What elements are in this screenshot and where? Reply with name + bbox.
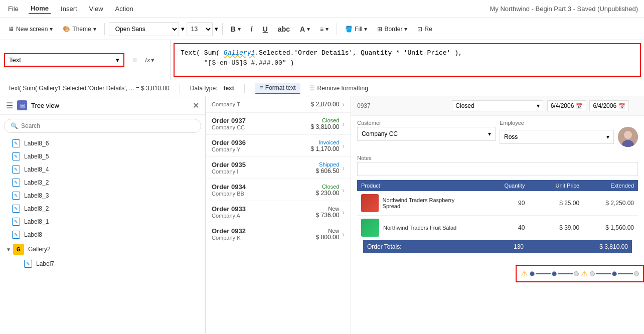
tree-item-label8-3[interactable]: ✎ Label8_3 — [0, 189, 205, 202]
ext-2: $ 1,560.00 — [579, 224, 634, 231]
name-box[interactable]: Text ▾ — [4, 53, 124, 67]
unit-2: $ 39.00 — [525, 224, 579, 231]
strikethrough-button[interactable]: abc — [274, 23, 294, 35]
order-item-0932[interactable]: Order 0932 Company K New $ 800.00 › — [206, 223, 351, 245]
tree-item-label8[interactable]: ✎ Label8 — [0, 228, 205, 241]
label-icon: ✎ — [12, 165, 20, 174]
order-amount: $ 606.50 — [316, 168, 340, 175]
panel-header: ☰ ▤ Tree view ✕ — [0, 96, 205, 115]
fx-button[interactable]: fx ▾ — [145, 56, 154, 64]
gallery2-item[interactable]: ▼ G Gallery2 — [0, 241, 205, 257]
footer-ext: $ 3,810.00 — [576, 243, 628, 250]
font-family-select[interactable]: Open Sans — [109, 22, 179, 36]
order-chevron-icon: › — [342, 142, 345, 150]
slider-line — [618, 273, 633, 274]
order-item-0934[interactable]: Order 0934 Company BB Closed $ 230.00 › — [206, 179, 351, 201]
align-button[interactable]: ≡ ▾ — [316, 24, 333, 35]
equals-sign: = — [128, 56, 141, 65]
date2-value: 6/4/2006 — [593, 102, 616, 109]
tree-item-label8-5[interactable]: ✎ Label8_5 — [0, 150, 205, 163]
menu-home[interactable]: Home — [29, 4, 51, 14]
formula-left: Text ▾ = fx ▾ — [0, 40, 171, 80]
employee-avatar — [618, 127, 638, 147]
border-button[interactable]: ⊞ Border ▾ — [373, 24, 411, 35]
order-chevron-icon: › — [342, 230, 345, 238]
date-input-1[interactable]: 6/4/2006 📅 — [547, 100, 587, 111]
date-input-2[interactable]: 6/4/2006 📅 — [589, 100, 629, 111]
menu-action[interactable]: Action — [113, 4, 135, 14]
formula-input[interactable]: Text( Sum( Gallery1.Selected.'Order Deta… — [174, 43, 641, 77]
format-text-button[interactable]: ≡ Format text — [255, 83, 301, 94]
border-chevron-icon: ▾ — [404, 26, 407, 33]
label-icon: ✎ — [12, 179, 20, 187]
footer-area: ⚠ ⚠ — [351, 257, 644, 282]
tree-item-label8-2[interactable]: ✎ Label8_2 — [0, 202, 205, 215]
col-quantity: Quantity — [470, 183, 525, 189]
detail-panel: 0937 Closed ▾ 6/4/2006 📅 6/4/2006 📅 — [351, 96, 644, 334]
order-amount: $ 800.00 — [316, 234, 340, 241]
italic-button[interactable]: / — [247, 23, 257, 35]
right-area: Company T $ 2,870.00 › Order 0937 Compan… — [206, 96, 644, 334]
slider-dot — [612, 271, 617, 276]
theme-label: Theme — [72, 26, 91, 33]
order-amount-area: Closed $ 3,810.00 — [311, 117, 340, 130]
order-prev-amount-area: $ 2,870.00 — [311, 101, 340, 108]
tree-item-label: Label8_4 — [24, 166, 49, 173]
hamburger-icon[interactable]: ☰ — [6, 101, 13, 110]
order-amount-area: New $ 800.00 — [316, 228, 340, 241]
slider-dot — [590, 271, 595, 276]
order-amount-area: Invoiced $ 1,170.00 — [311, 139, 340, 152]
employee-row: Ross ▾ — [500, 127, 638, 147]
order-item-0935[interactable]: Order 0935 Company I Shipped $ 606.50 › — [206, 157, 351, 179]
employee-chevron-icon: ▾ — [606, 133, 609, 140]
ext-1: $ 2,250.00 — [579, 200, 634, 207]
close-icon[interactable]: ✕ — [193, 101, 199, 110]
format-text-icon: ≡ — [260, 84, 263, 91]
tree-item-label8-4[interactable]: ✎ Label8_4 — [0, 163, 205, 176]
slider-dot — [530, 271, 535, 276]
new-screen-button[interactable]: 🖥 New screen ▾ — [4, 24, 57, 35]
fill-button[interactable]: 🪣 Fill ▾ — [341, 24, 371, 35]
search-input[interactable] — [21, 122, 195, 129]
product-table: Product Quantity Unit Price Extended Nor… — [357, 180, 638, 253]
order-prev-company: Company T — [212, 101, 311, 107]
tree-item-label3-2[interactable]: ✎ Label3_2 — [0, 176, 205, 189]
remove-formatting-button[interactable]: ☰ Remove formatting — [304, 83, 373, 93]
order-company: Company A — [212, 213, 316, 219]
menu-view[interactable]: View — [87, 4, 105, 14]
order-amount-area: Shipped $ 606.50 — [316, 161, 340, 175]
theme-button[interactable]: 🎨 Theme ▾ — [59, 24, 100, 35]
order-amount: $ 230.00 — [316, 190, 340, 197]
employee-dropdown[interactable]: Ross ▾ — [500, 130, 614, 144]
table-footer: Order Totals: 130 $ 3,810.00 — [363, 240, 632, 253]
notes-input[interactable] — [357, 162, 638, 176]
tree-item-label7[interactable]: ✎ Label7 — [0, 257, 205, 270]
order-number: Order 0935 — [212, 161, 316, 169]
order-item-0937[interactable]: Order 0937 Company CC Closed $ 3,810.00 … — [206, 113, 351, 135]
order-company: Company K — [212, 235, 316, 241]
underline-icon: U — [263, 25, 268, 33]
font-color-button[interactable]: A ▾ — [296, 23, 314, 35]
product-thumb-1 — [361, 194, 379, 212]
customer-dropdown[interactable]: Company CC ▾ — [357, 127, 496, 141]
date1-value: 6/4/2006 — [551, 102, 574, 109]
order-amount: $ 1,170.00 — [311, 145, 340, 152]
label-icon: ✎ — [12, 152, 20, 160]
slider-control[interactable] — [530, 271, 579, 276]
resize-button[interactable]: ⊡ Re — [413, 24, 436, 35]
tree-item-label8-1[interactable]: ✎ Label8_1 — [0, 215, 205, 228]
status-dropdown[interactable]: Closed ▾ — [452, 100, 543, 111]
order-item-0933[interactable]: Order 0933 Company A New $ 736.00 › — [206, 201, 351, 223]
order-item-prev[interactable]: Company T $ 2,870.00 › — [206, 96, 351, 113]
formula-code: Text( Sum( Gallery1.Selected.'Order Deta… — [181, 48, 634, 68]
order-item-0936[interactable]: Order 0936 Company Y Invoiced $ 1,170.00… — [206, 135, 351, 157]
tree-item-label8-6[interactable]: ✎ Label8_6 — [0, 137, 205, 150]
menu-insert[interactable]: Insert — [59, 4, 79, 14]
bold-button[interactable]: B ▾ — [227, 23, 245, 35]
slider-control-2[interactable] — [590, 271, 639, 276]
menu-file[interactable]: File — [6, 4, 21, 14]
detail-order-id: 0937 — [357, 102, 448, 109]
font-size-select[interactable]: 13 — [187, 22, 213, 36]
underline-button[interactable]: U — [259, 23, 272, 35]
customer-value: Company CC — [362, 130, 398, 137]
